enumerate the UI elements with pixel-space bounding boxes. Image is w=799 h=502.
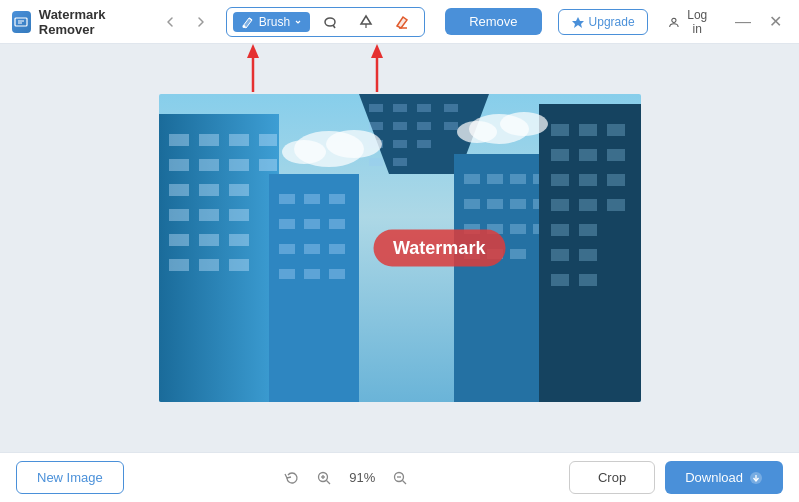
forward-button[interactable]: [189, 10, 210, 34]
bottom-bar: New Image 91% Crop: [0, 452, 799, 502]
svg-marker-10: [572, 17, 584, 28]
svg-rect-0: [15, 18, 27, 26]
svg-rect-36: [199, 259, 219, 271]
svg-rect-86: [579, 149, 597, 161]
svg-rect-80: [510, 249, 526, 259]
svg-rect-27: [199, 184, 219, 196]
watermark-label: Watermark: [373, 230, 505, 267]
svg-rect-89: [579, 174, 597, 186]
polygon-tool-button[interactable]: [350, 11, 382, 33]
svg-rect-99: [579, 274, 597, 286]
svg-marker-7: [361, 16, 371, 24]
svg-rect-97: [579, 249, 597, 261]
bottom-right-buttons: Crop Download: [569, 461, 783, 494]
brush-label: Brush: [259, 15, 290, 29]
erase-tool-button[interactable]: [386, 11, 418, 33]
svg-rect-46: [304, 244, 320, 254]
crop-button[interactable]: Crop: [569, 461, 655, 494]
login-label: Log in: [683, 8, 711, 36]
zoom-out-button[interactable]: [388, 466, 412, 490]
svg-point-101: [326, 130, 382, 158]
lasso-tool-button[interactable]: [314, 11, 346, 33]
svg-rect-34: [229, 234, 249, 246]
svg-rect-41: [329, 194, 345, 204]
svg-rect-63: [369, 158, 383, 166]
brush-tool-button[interactable]: Brush: [233, 12, 310, 32]
back-button[interactable]: [161, 10, 182, 34]
svg-rect-50: [329, 269, 345, 279]
svg-rect-23: [199, 159, 219, 171]
canvas-container: Watermark: [159, 94, 641, 402]
svg-rect-38: [269, 174, 359, 402]
svg-rect-58: [417, 122, 431, 130]
svg-rect-94: [551, 224, 569, 236]
svg-rect-43: [304, 219, 320, 229]
svg-rect-45: [279, 244, 295, 254]
download-label: Download: [685, 470, 743, 485]
svg-rect-57: [393, 122, 407, 130]
svg-rect-47: [329, 244, 345, 254]
svg-rect-66: [464, 174, 480, 184]
download-button[interactable]: Download: [665, 461, 783, 494]
svg-point-4: [242, 25, 245, 28]
svg-rect-91: [551, 199, 569, 211]
svg-rect-54: [417, 104, 431, 112]
svg-rect-64: [393, 158, 407, 166]
svg-rect-95: [579, 224, 597, 236]
svg-rect-21: [259, 134, 277, 146]
tool-group: Brush: [226, 7, 425, 37]
svg-rect-35: [169, 259, 189, 271]
svg-line-109: [327, 480, 331, 484]
svg-rect-62: [417, 140, 431, 148]
svg-rect-17: [159, 114, 279, 402]
svg-rect-83: [579, 124, 597, 136]
svg-rect-33: [199, 234, 219, 246]
app-title: Watermark Remover: [39, 7, 147, 37]
minimize-button[interactable]: —: [731, 8, 755, 36]
svg-rect-92: [579, 199, 597, 211]
zoom-reset-button[interactable]: [280, 466, 304, 490]
svg-rect-90: [607, 174, 625, 186]
svg-rect-67: [487, 174, 503, 184]
svg-line-6: [333, 25, 335, 28]
svg-point-102: [282, 140, 326, 164]
svg-rect-82: [551, 124, 569, 136]
upgrade-button[interactable]: Upgrade: [558, 9, 648, 35]
svg-rect-18: [169, 134, 189, 146]
title-bar: Watermark Remover Brush: [0, 0, 799, 44]
svg-rect-40: [304, 194, 320, 204]
svg-rect-29: [169, 209, 189, 221]
svg-point-105: [457, 121, 497, 143]
svg-rect-71: [487, 199, 503, 209]
svg-rect-30: [199, 209, 219, 221]
upgrade-label: Upgrade: [589, 15, 635, 29]
svg-rect-96: [551, 249, 569, 261]
svg-rect-84: [607, 124, 625, 136]
svg-rect-98: [551, 274, 569, 286]
svg-rect-28: [229, 184, 249, 196]
svg-rect-87: [607, 149, 625, 161]
svg-rect-68: [510, 174, 526, 184]
svg-rect-72: [510, 199, 526, 209]
svg-rect-52: [369, 104, 383, 112]
svg-rect-42: [279, 219, 295, 229]
svg-rect-48: [279, 269, 295, 279]
svg-point-11: [671, 18, 675, 22]
svg-rect-26: [169, 184, 189, 196]
svg-rect-44: [329, 219, 345, 229]
zoom-level: 91%: [344, 470, 380, 485]
svg-rect-39: [279, 194, 295, 204]
new-image-button[interactable]: New Image: [16, 461, 124, 494]
login-button[interactable]: Log in: [656, 3, 723, 41]
svg-rect-85: [551, 149, 569, 161]
zoom-in-button[interactable]: [312, 466, 336, 490]
svg-rect-20: [229, 134, 249, 146]
svg-rect-56: [369, 122, 383, 130]
svg-rect-55: [444, 104, 458, 112]
remove-button[interactable]: Remove: [445, 8, 541, 35]
close-button[interactable]: ✕: [763, 8, 787, 36]
svg-line-112: [403, 480, 407, 484]
svg-rect-53: [393, 104, 407, 112]
svg-rect-19: [199, 134, 219, 146]
image-area: Watermark: [159, 94, 641, 402]
